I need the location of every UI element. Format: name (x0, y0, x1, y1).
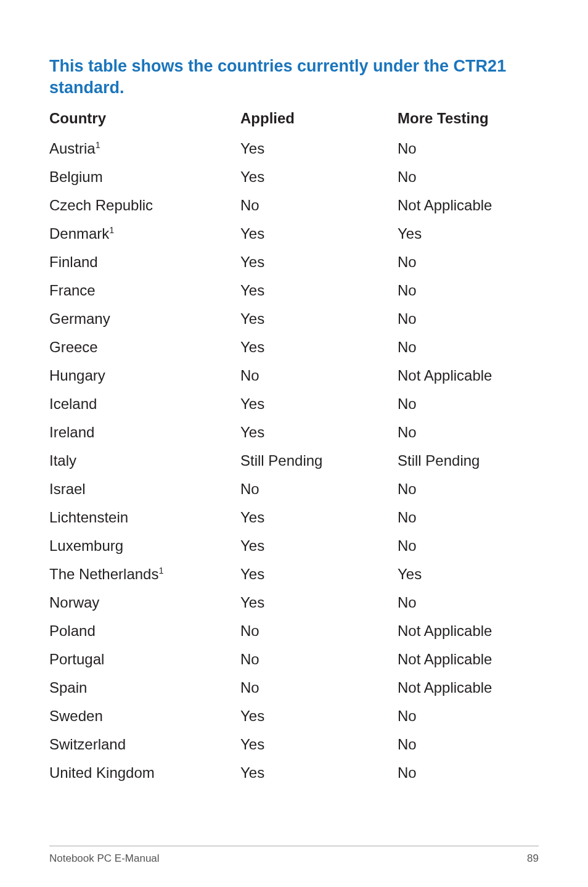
cell-testing: Still Pending (398, 452, 539, 469)
cell-testing: No (398, 509, 539, 526)
cell-country: Sweden (49, 708, 240, 725)
cell-testing: Not Applicable (398, 622, 539, 640)
cell-country: Ireland (49, 424, 240, 441)
table-row: FranceYesNo (49, 276, 539, 305)
cell-testing: No (398, 395, 539, 413)
cell-country: Lichtenstein (49, 509, 240, 526)
cell-country: Czech Republic (49, 197, 240, 214)
cell-testing: No (398, 168, 539, 186)
footnote-marker: 1 (109, 225, 114, 235)
cell-country: France (49, 282, 240, 299)
cell-applied: Yes (240, 509, 398, 526)
cell-applied: No (240, 367, 398, 384)
footnote-marker: 1 (158, 566, 163, 576)
table-row: Denmark1YesYes (49, 220, 539, 248)
table-row: PortugalNoNot Applicable (49, 645, 539, 674)
table-row: FinlandYesNo (49, 248, 539, 276)
table-row: United KingdomYesNo (49, 759, 539, 787)
table-row: LuxemburgYesNo (49, 532, 539, 560)
cell-applied: Yes (240, 736, 398, 753)
table-row: BelgiumYesNo (49, 163, 539, 191)
cell-testing: No (398, 140, 539, 157)
table-row: The Netherlands1YesYes (49, 560, 539, 588)
ctr21-table: Country Applied More Testing Austria1Yes… (49, 110, 539, 787)
table-row: SwitzerlandYesNo (49, 730, 539, 759)
cell-applied: No (240, 622, 398, 640)
table-row: Czech RepublicNoNot Applicable (49, 191, 539, 220)
cell-testing: Not Applicable (398, 367, 539, 384)
header-testing: More Testing (398, 110, 539, 127)
cell-country: Switzerland (49, 736, 240, 753)
cell-country: Finland (49, 254, 240, 271)
footnote-marker: 1 (96, 140, 100, 150)
cell-applied: Yes (240, 310, 398, 328)
cell-applied: Yes (240, 168, 398, 186)
cell-testing: Yes (398, 566, 539, 583)
cell-testing: No (398, 310, 539, 328)
cell-applied: Yes (240, 424, 398, 441)
cell-testing: No (398, 537, 539, 555)
cell-applied: Yes (240, 254, 398, 271)
cell-applied: No (240, 197, 398, 214)
cell-applied: Yes (240, 140, 398, 157)
table-row: IcelandYesNo (49, 390, 539, 418)
cell-testing: No (398, 708, 539, 725)
table-row: GermanyYesNo (49, 305, 539, 333)
cell-applied: Yes (240, 282, 398, 299)
cell-country: Norway (49, 594, 240, 611)
cell-testing: No (398, 339, 539, 356)
table-row: ItalyStill PendingStill Pending (49, 447, 539, 475)
cell-country: Denmark1 (49, 225, 240, 242)
cell-testing: No (398, 764, 539, 782)
header-applied: Applied (240, 110, 398, 127)
cell-country: Iceland (49, 395, 240, 413)
cell-country: Luxemburg (49, 537, 240, 555)
table-row: IsraelNoNo (49, 475, 539, 503)
header-country: Country (49, 110, 240, 127)
table-row: IrelandYesNo (49, 418, 539, 447)
table-row: SpainNoNot Applicable (49, 674, 539, 702)
cell-testing: Not Applicable (398, 197, 539, 214)
cell-testing: No (398, 736, 539, 753)
cell-testing: No (398, 424, 539, 441)
cell-country: Poland (49, 622, 240, 640)
cell-applied: Yes (240, 566, 398, 583)
cell-country: The Netherlands1 (49, 566, 240, 583)
cell-country: Greece (49, 339, 240, 356)
table-row: HungaryNoNot Applicable (49, 361, 539, 390)
cell-country: Portugal (49, 651, 240, 668)
cell-applied: Yes (240, 594, 398, 611)
footer-title: Notebook PC E-Manual (49, 852, 160, 865)
cell-testing: No (398, 594, 539, 611)
table-row: NorwayYesNo (49, 588, 539, 617)
cell-country: Israel (49, 481, 240, 498)
cell-testing: No (398, 254, 539, 271)
table-row: LichtensteinYesNo (49, 503, 539, 532)
table-row: PolandNoNot Applicable (49, 617, 539, 645)
cell-applied: Yes (240, 225, 398, 242)
cell-country: Italy (49, 452, 240, 469)
table-row: SwedenYesNo (49, 702, 539, 730)
cell-country: Austria1 (49, 140, 240, 157)
table-row: Austria1YesNo (49, 134, 539, 163)
cell-testing: Not Applicable (398, 651, 539, 668)
section-title: This table shows the countries currently… (49, 56, 539, 99)
cell-applied: Yes (240, 764, 398, 782)
cell-testing: Yes (398, 225, 539, 242)
cell-applied: No (240, 481, 398, 498)
page-footer: Notebook PC E-Manual 89 (49, 846, 539, 865)
cell-applied: Yes (240, 339, 398, 356)
cell-country: United Kingdom (49, 764, 240, 782)
cell-applied: Yes (240, 395, 398, 413)
table-header-row: Country Applied More Testing (49, 110, 539, 134)
cell-country: Hungary (49, 367, 240, 384)
cell-testing: No (398, 481, 539, 498)
cell-applied: No (240, 679, 398, 696)
cell-country: Spain (49, 679, 240, 696)
cell-testing: No (398, 282, 539, 299)
cell-country: Belgium (49, 168, 240, 186)
cell-country: Germany (49, 310, 240, 328)
cell-applied: No (240, 651, 398, 668)
table-row: GreeceYesNo (49, 333, 539, 361)
page-number: 89 (527, 852, 539, 865)
